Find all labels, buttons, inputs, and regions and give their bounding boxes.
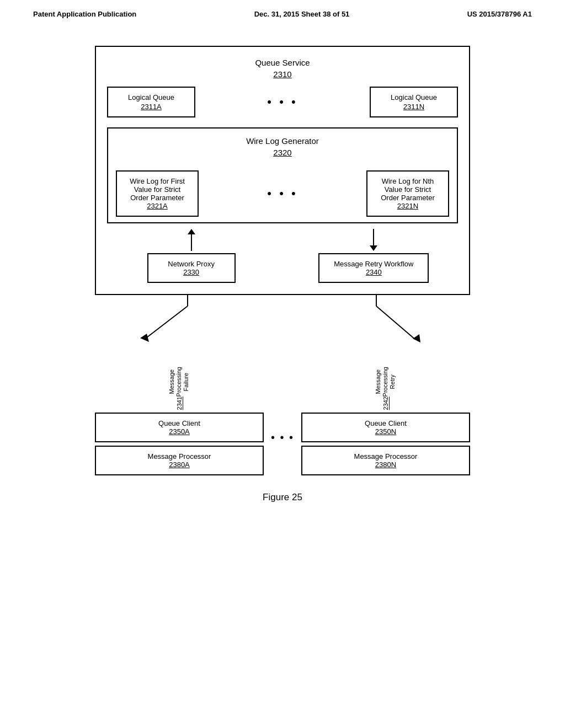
- wire-log-nth: Wire Log for Nth Value for Strict Order …: [366, 170, 449, 217]
- page-header: Patent Application Publication Dec. 31, …: [0, 0, 565, 24]
- network-proxy-title: Network Proxy: [159, 260, 223, 268]
- lower-right-column: Message Processing Retry 2342 Queue Clie…: [301, 367, 470, 475]
- arrow-line-up: [191, 234, 192, 251]
- logical-queue-n: Logical Queue 2311N: [370, 87, 458, 117]
- lower-dots: • • •: [264, 367, 301, 475]
- message-processor-n-id: 2380N: [310, 461, 461, 469]
- full-diagram: Queue Service 2310 Logical Queue 2311A •…: [95, 46, 470, 475]
- lower-main-area: Network Proxy 2330 Message Retry Workflo…: [107, 223, 458, 283]
- msg-processing-retry-label: Message Processing Retry: [375, 367, 397, 397]
- network-proxy-area: Network Proxy 2330: [107, 223, 275, 283]
- down-arrow: [370, 229, 377, 251]
- diagram-container: Queue Service 2310 Logical Queue 2311A •…: [0, 24, 565, 514]
- queue-client-a-id: 2350A: [104, 427, 255, 436]
- message-processor-a-title: Message Processor: [104, 452, 255, 461]
- dots-2: • • •: [267, 186, 297, 201]
- queue-service-id: 2310: [273, 69, 291, 79]
- figure-caption: Figure 25: [263, 492, 302, 503]
- wire-log-gen-title: Wire Log Generator: [246, 136, 319, 146]
- message-processor-n-box: Message Processor 2380N: [301, 446, 470, 475]
- message-retry-area: Message Retry Workflow 2340: [290, 223, 458, 283]
- arrow-head-up: [188, 229, 195, 234]
- message-retry-id: 2340: [331, 268, 417, 276]
- header-left: Patent Application Publication: [33, 10, 136, 18]
- queue-client-n-title: Queue Client: [310, 419, 461, 427]
- retry-rotated: Message Processing Retry 2342: [375, 367, 397, 410]
- arrow-head-down: [370, 245, 377, 251]
- lower-left-column: Message Processing Failure 2341 Queue Cl…: [95, 367, 264, 475]
- dots-1: • • •: [267, 95, 297, 109]
- msg-processing-failure-label: Message Processing Failure: [168, 367, 190, 397]
- msg-processing-retry-id: 2342: [382, 397, 389, 410]
- network-proxy-id: 2330: [159, 268, 223, 276]
- message-processor-n-title: Message Processor: [310, 452, 461, 461]
- header-right: US 2015/378796 A1: [467, 10, 532, 18]
- queue-client-a-box: Queue Client 2350A: [95, 413, 264, 442]
- svg-line-3: [376, 306, 415, 339]
- connector-svg: [95, 295, 470, 367]
- wire-log-generator-box: Wire Log Generator 2320 Wire Log for Fir…: [107, 127, 458, 223]
- msg-processing-failure-id: 2341: [176, 397, 183, 410]
- queue-client-n-id: 2350N: [310, 427, 461, 436]
- up-arrow: [188, 229, 195, 251]
- arrow-left-head: [140, 334, 149, 342]
- arrow-line-down: [373, 229, 374, 245]
- header-center: Dec. 31, 2015 Sheet 38 of 51: [254, 10, 350, 18]
- lower-section: Message Processing Failure 2341 Queue Cl…: [95, 367, 470, 475]
- arrow-right-head: [413, 334, 420, 342]
- outer-box: Queue Service 2310 Logical Queue 2311A •…: [95, 46, 470, 295]
- wire-log-first: Wire Log for First Value for Strict Orde…: [116, 170, 199, 217]
- logical-queue-a: Logical Queue 2311A: [107, 87, 195, 117]
- message-processor-a-id: 2380A: [104, 461, 255, 469]
- message-processor-a-box: Message Processor 2380A: [95, 446, 264, 475]
- retry-label-area: Message Processing Retry 2342: [301, 367, 470, 410]
- network-proxy-box: Network Proxy 2330: [147, 253, 236, 283]
- logical-queue-row: Logical Queue 2311A • • • Logical Queue …: [107, 87, 458, 117]
- queue-client-n-box: Queue Client 2350N: [301, 413, 470, 442]
- failure-rotated: Message Processing Failure 2341: [168, 367, 190, 410]
- queue-client-a-title: Queue Client: [104, 419, 255, 427]
- message-retry-box: Message Retry Workflow 2340: [318, 253, 429, 283]
- message-retry-title: Message Retry Workflow: [331, 260, 417, 268]
- wire-log-gen-id: 2320: [273, 148, 291, 157]
- failure-label-area: Message Processing Failure 2341: [95, 367, 264, 410]
- queue-service-title: Queue Service: [255, 58, 310, 67]
- svg-line-1: [145, 306, 188, 339]
- wire-log-row: Wire Log for First Value for Strict Orde…: [116, 170, 449, 217]
